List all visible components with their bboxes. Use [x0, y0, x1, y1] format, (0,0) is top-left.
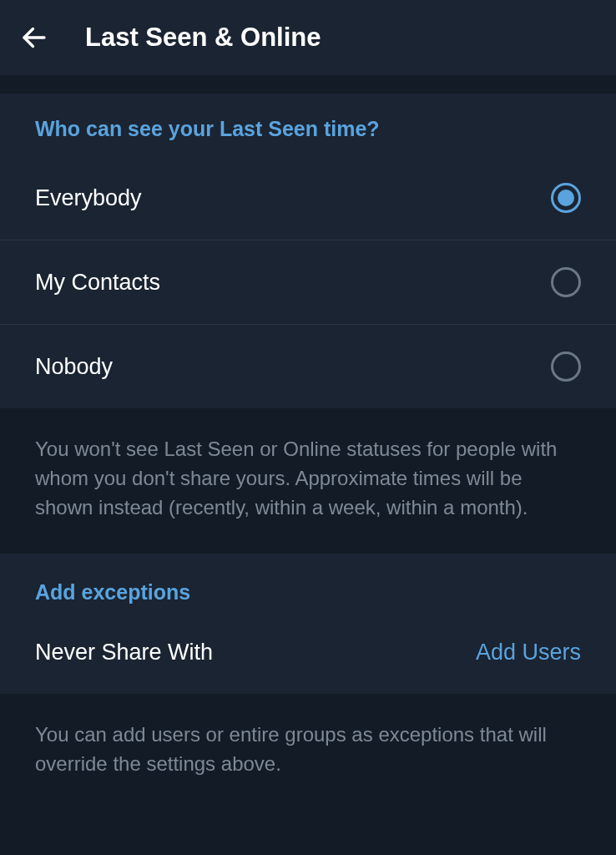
radio-option-everybody[interactable]: Everybody [0, 156, 616, 240]
radio-indicator-selected-icon [551, 183, 581, 213]
spacer [0, 75, 616, 94]
never-share-label: Never Share With [35, 640, 213, 665]
radio-option-my-contacts[interactable]: My Contacts [0, 240, 616, 325]
page-title: Last Seen & Online [85, 23, 321, 53]
radio-label: Everybody [35, 185, 142, 211]
never-share-with-row[interactable]: Never Share With Add Users [0, 620, 616, 694]
exceptions-description: You can add users or entire groups as ex… [0, 694, 616, 811]
radio-label: My Contacts [35, 270, 160, 296]
back-button[interactable] [15, 18, 53, 57]
radio-label: Nobody [35, 354, 113, 380]
add-users-action: Add Users [476, 640, 581, 665]
visibility-section: Who can see your Last Seen time? Everybo… [0, 94, 616, 408]
radio-indicator-icon [551, 267, 581, 297]
page-header: Last Seen & Online [0, 0, 616, 75]
visibility-section-header: Who can see your Last Seen time? [0, 94, 616, 156]
radio-option-nobody[interactable]: Nobody [0, 325, 616, 408]
back-arrow-icon [19, 23, 49, 53]
visibility-description: You won't see Last Seen or Online status… [0, 408, 616, 554]
exceptions-section: Add exceptions Never Share With Add User… [0, 554, 616, 694]
exceptions-section-header: Add exceptions [0, 554, 616, 620]
radio-indicator-icon [551, 352, 581, 382]
